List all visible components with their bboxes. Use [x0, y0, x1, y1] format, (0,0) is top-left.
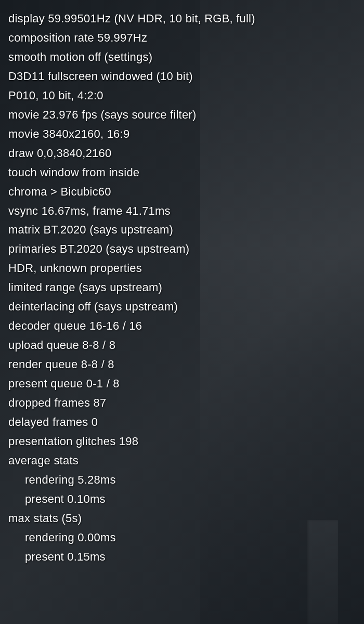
stat-line-21: delayed frames 0 [8, 413, 356, 432]
stat-line-13: HDR, unknown properties [8, 259, 356, 278]
stat-line-23: average stats [8, 451, 356, 471]
stat-line-17: upload queue 8-8 / 8 [8, 336, 356, 355]
stat-line-27: rendering 0.00ms [8, 528, 356, 548]
stat-line-26: max stats (5s) [8, 509, 356, 528]
stat-line-4: P010, 10 bit, 4:2:0 [8, 86, 356, 106]
stat-line-25: present 0.10ms [8, 490, 356, 509]
stat-line-10: vsync 16.67ms, frame 41.71ms [8, 202, 356, 221]
stat-line-2: smooth motion off (settings) [8, 48, 356, 67]
stat-line-7: draw 0,0,3840,2160 [8, 144, 356, 163]
stat-line-11: matrix BT.2020 (says upstream) [8, 220, 356, 240]
stat-line-15: deinterlacing off (says upstream) [8, 297, 356, 317]
stat-line-14: limited range (says upstream) [8, 278, 356, 297]
stat-line-12: primaries BT.2020 (says upstream) [8, 240, 356, 259]
stat-line-19: present queue 0-1 / 8 [8, 374, 356, 394]
stats-overlay: display 59.99501Hz (NV HDR, 10 bit, RGB,… [0, 0, 364, 624]
stat-line-5: movie 23.976 fps (says source filter) [8, 106, 356, 125]
stat-line-18: render queue 8-8 / 8 [8, 355, 356, 374]
stat-line-20: dropped frames 87 [8, 394, 356, 413]
stat-line-8: touch window from inside [8, 163, 356, 183]
stat-line-0: display 59.99501Hz (NV HDR, 10 bit, RGB,… [8, 9, 356, 29]
stat-line-9: chroma > Bicubic60 [8, 183, 356, 202]
stat-line-24: rendering 5.28ms [8, 471, 356, 490]
stat-line-1: composition rate 59.997Hz [8, 29, 356, 48]
stat-line-22: presentation glitches 198 [8, 432, 356, 451]
stat-line-28: present 0.15ms [8, 548, 356, 567]
stat-line-6: movie 3840x2160, 16:9 [8, 125, 356, 144]
stat-line-3: D3D11 fullscreen windowed (10 bit) [8, 67, 356, 86]
stat-line-16: decoder queue 16-16 / 16 [8, 317, 356, 336]
